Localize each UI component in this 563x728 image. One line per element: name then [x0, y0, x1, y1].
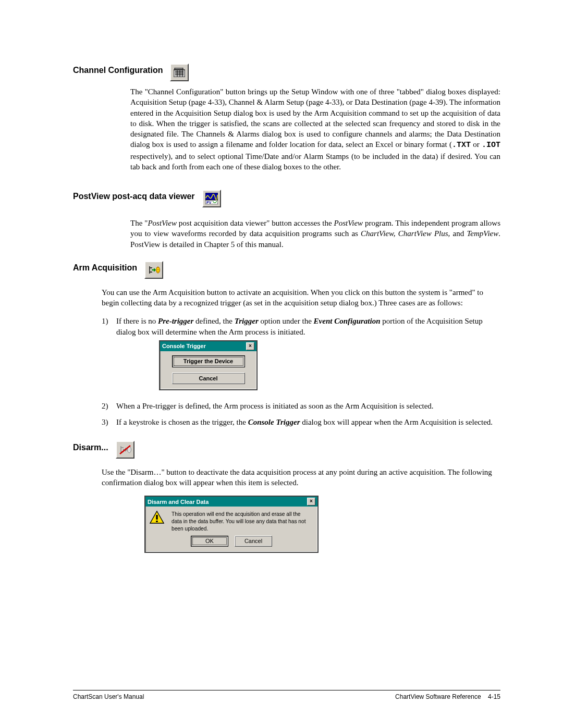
text: If there is no — [116, 317, 158, 325]
text-bolditalic: Pre-trigger — [158, 317, 193, 325]
dialog-title: Console Trigger — [162, 342, 206, 350]
list-number: 3) — [102, 417, 116, 427]
section-header-disarm: Disarm... — [73, 441, 500, 459]
postview-body: The "PostView post acquisition data view… — [130, 218, 500, 250]
svg-rect-15 — [156, 521, 157, 522]
svg-point-11 — [156, 267, 160, 273]
heading-channel-config: Channel Configuration — [73, 65, 163, 76]
text: or — [471, 140, 482, 149]
arm-list: 1) If there is no Pre-trigger defined, t… — [102, 316, 500, 427]
channel-config-icon — [170, 64, 189, 81]
text: respectively), and to select optional Ti… — [130, 152, 500, 171]
document-page: Channel Configuration The "Channel Confi… — [0, 0, 563, 728]
heading-disarm: Disarm... — [73, 442, 108, 453]
text: defined, the — [193, 317, 234, 325]
text-italic: ChartView, ChartView Plus, — [361, 229, 450, 238]
close-icon[interactable]: × — [246, 342, 254, 350]
cancel-button[interactable]: Cancel — [172, 373, 245, 385]
section-header-postview: PostView post-acq data viewer PV — [73, 190, 500, 207]
footer-left: ChartScan User's Manual — [73, 693, 144, 701]
disarm-body: Use the "Disarm…" button to deactivate t… — [102, 467, 500, 553]
svg-rect-14 — [156, 515, 157, 520]
list-item: 2) When a Pre-trigger is defined, the Ar… — [102, 401, 500, 411]
text: option under the — [259, 317, 314, 325]
channel-config-body: The "Channel Configuration" button bring… — [130, 87, 500, 172]
code-iot: .IOT — [482, 141, 500, 150]
postview-icon: PV — [202, 190, 221, 207]
svg-rect-1 — [174, 70, 185, 77]
heading-arm: Arm Acquisition — [73, 262, 137, 274]
arm-intro: You can use the Arm Acquisition button t… — [102, 287, 500, 309]
code-txt: .TXT — [452, 141, 471, 150]
page-footer: ChartScan User's Manual ChartView Softwa… — [73, 690, 500, 701]
section-header-channel-config: Channel Configuration — [73, 64, 500, 81]
text: When a Pre-trigger is defined, the Arm p… — [116, 401, 500, 411]
section-header-arm: Arm Acquisition — [73, 261, 500, 279]
text: The "Channel Configuration" button bring… — [130, 88, 500, 149]
text: You can use the Arm Acquisition button t… — [102, 287, 500, 309]
dialog-title: Disarm and Clear Data — [148, 498, 209, 506]
text: Use the "Disarm…" button to deactivate t… — [102, 467, 500, 488]
console-trigger-dialog: Console Trigger × Trigger the Device Can… — [159, 340, 258, 391]
list-item: 3) If a keystroke is chosen as the trigg… — [102, 417, 500, 427]
text-bolditalic: Trigger — [235, 317, 259, 325]
disarm-dialog: Disarm and Clear Data × This operation w… — [144, 496, 319, 552]
dialog-caption: Console Trigger × — [160, 341, 256, 351]
footer-right-title: ChartView Software Reference — [395, 693, 481, 700]
text: If a keystroke is chosen as the trigger,… — [116, 418, 248, 426]
heading-postview: PostView post-acq data viewer — [73, 191, 195, 202]
footer-right: ChartView Software Reference 4-15 — [395, 693, 500, 701]
text-bolditalic: Event Configuration — [314, 317, 381, 325]
text-italic: TempView — [467, 229, 498, 238]
list-number: 2) — [102, 401, 116, 411]
dialog-message: This operation will end the acquisition … — [172, 511, 312, 532]
close-icon[interactable]: × — [307, 498, 315, 505]
footer-page-number: 4-15 — [488, 693, 500, 700]
list-item: 1) If there is no Pre-trigger defined, t… — [102, 316, 500, 396]
text: post acquisition data viewer" button acc… — [177, 219, 334, 227]
text: and — [450, 229, 467, 238]
list-number: 1) — [102, 316, 116, 396]
warning-icon — [150, 511, 164, 524]
text: dialog box will appear when the Arm Acqu… — [300, 418, 493, 426]
dialog-caption: Disarm and Clear Data × — [145, 497, 317, 507]
svg-text:PV: PV — [206, 201, 212, 204]
svg-rect-0 — [175, 68, 183, 70]
text: The " — [130, 219, 148, 227]
disarm-icon — [116, 441, 134, 459]
text-bolditalic: Console Trigger — [248, 418, 300, 426]
ok-button[interactable]: OK — [191, 536, 228, 547]
text-italic: PostView — [148, 219, 177, 227]
arm-icon — [144, 261, 163, 279]
cancel-button[interactable]: Cancel — [235, 536, 272, 547]
trigger-device-button[interactable]: Trigger the Device — [172, 355, 245, 367]
text-italic: PostView — [334, 219, 363, 227]
